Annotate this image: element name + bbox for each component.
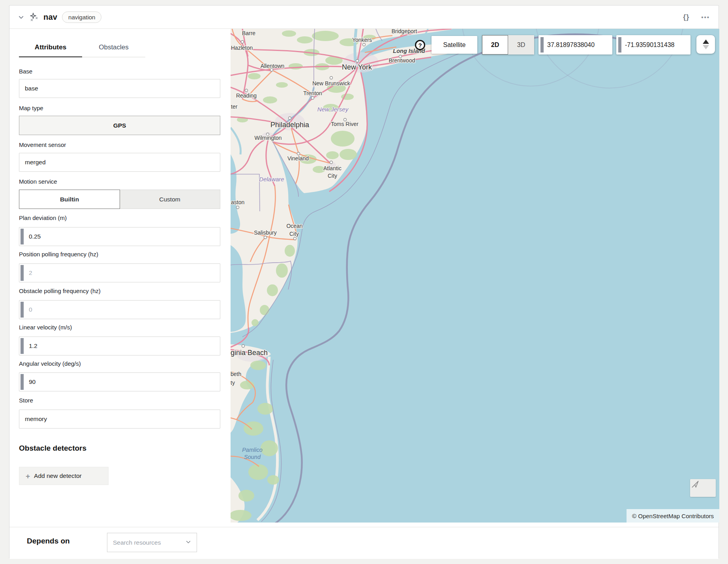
- map-label: beth: [231, 371, 241, 377]
- numeric-field-bar: [21, 338, 24, 354]
- motion-service-toggle: Builtin Custom: [19, 190, 220, 209]
- tab-attributes[interactable]: Attributes: [19, 43, 82, 57]
- motion-service-builtin-option[interactable]: Builtin: [19, 190, 120, 209]
- numeric-field-bar: [21, 265, 24, 281]
- map-city-dot: [245, 89, 248, 92]
- map-city-dot: [297, 152, 300, 155]
- chevron-down-icon: [186, 539, 191, 546]
- map-label: Delaware: [259, 176, 284, 182]
- map-label: Allentown: [261, 63, 285, 69]
- base-label: Base: [19, 68, 32, 76]
- map-type-gps-button[interactable]: GPS: [19, 116, 220, 135]
- map-city-dot: [356, 60, 359, 62]
- tab-obstacles[interactable]: Obstacles: [82, 43, 145, 57]
- more-menu-icon[interactable]: •••: [701, 14, 710, 21]
- position-polling-input[interactable]: [19, 263, 220, 282]
- map-label: City: [328, 173, 337, 179]
- angular-velocity-input[interactable]: [19, 372, 220, 391]
- motion-service-custom-option[interactable]: Custom: [120, 190, 220, 209]
- linear-velocity-field: [19, 337, 220, 355]
- navigation-map[interactable]: BarreHazletonAllentownYonkersBridgeportN…: [231, 29, 719, 523]
- config-sidebar: Attributes Obstacles Base Map type GPS M…: [19, 29, 220, 523]
- latitude-input[interactable]: [538, 35, 612, 55]
- help-icon[interactable]: ?: [415, 40, 425, 50]
- obstacle-polling-input[interactable]: [19, 300, 220, 319]
- numeric-field-bar: [21, 229, 24, 244]
- map-label: Reading: [236, 92, 257, 99]
- obstacle-detectors-heading: Obstacle detectors: [19, 444, 86, 453]
- latitude-field: [538, 35, 612, 55]
- linear-velocity-input[interactable]: [19, 337, 220, 355]
- satellite-toggle-button[interactable]: Satellite: [432, 36, 477, 54]
- base-input[interactable]: [19, 79, 220, 98]
- map-label: Toms River: [331, 121, 358, 127]
- map-label: City: [289, 231, 299, 237]
- store-input[interactable]: [19, 410, 220, 429]
- map-label: Pamlico: [242, 447, 263, 453]
- locate-button[interactable]: [690, 479, 716, 497]
- linear-velocity-label: Linear velocity (m/s): [19, 324, 72, 332]
- angular-velocity-field: [19, 372, 220, 391]
- map-label: Wilmington: [254, 135, 281, 141]
- service-sparkles-icon: [29, 12, 39, 22]
- map-attribution: © OpenStreetMap Contributors: [627, 509, 719, 523]
- depends-on-heading: Depends on: [27, 537, 70, 545]
- map-label: Atlantic: [323, 165, 341, 171]
- depends-on-section: Depends on Search resources: [9, 527, 719, 559]
- plan-deviation-label: Plan deviation (m): [19, 214, 67, 222]
- obstacle-polling-field: [19, 300, 220, 319]
- nav-service-panel: nav navigation {} ••• Attributes Obstacl…: [9, 5, 719, 559]
- map-label: ter: [231, 103, 238, 110]
- map-label: Yonkers: [352, 37, 372, 43]
- map-city-dot: [289, 117, 291, 120]
- numeric-field-bar: [21, 374, 24, 390]
- map-label: Philadelphia: [270, 121, 310, 129]
- map-label: Trenton: [303, 90, 322, 96]
- depends-on-placeholder: Search resources: [113, 539, 186, 546]
- arrow-down-icon: [703, 45, 709, 49]
- service-name: nav: [43, 13, 57, 22]
- longitude-field: [616, 35, 690, 55]
- add-detector-button[interactable]: + Add new detector: [19, 467, 109, 485]
- depends-on-select[interactable]: Search resources: [107, 533, 197, 552]
- map-label: Vineland: [287, 155, 309, 162]
- map-city-dot: [330, 161, 333, 164]
- map-label: Salisbury: [254, 229, 277, 236]
- map-city-dot: [241, 41, 244, 43]
- numeric-field-bar: [21, 302, 24, 318]
- json-mode-icon[interactable]: {}: [683, 13, 689, 21]
- plan-deviation-field: [19, 227, 220, 246]
- angular-velocity-label: Angular velocity (deg/s): [19, 360, 81, 368]
- map-city-dot: [311, 97, 314, 100]
- map-city-dot: [264, 236, 267, 239]
- map-dimension-toggle: 2D 3D: [482, 35, 534, 55]
- map-label: Hazleton: [231, 45, 253, 51]
- panel-header: nav navigation {} •••: [9, 6, 719, 29]
- add-detector-label: Add new detector: [34, 472, 82, 479]
- map-label: Brentwood: [389, 57, 415, 64]
- map-label: ty: [231, 380, 235, 386]
- map-2d-button[interactable]: 2D: [482, 35, 508, 55]
- map-type-label: Map type: [19, 105, 43, 113]
- map-city-dot: [242, 345, 245, 348]
- map-label: New York: [342, 63, 372, 71]
- map-label: Ocean: [286, 223, 302, 229]
- map-label: aston: [231, 199, 244, 205]
- longitude-input[interactable]: [616, 35, 690, 55]
- map-city-dot: [294, 237, 296, 240]
- plan-deviation-input[interactable]: [19, 227, 220, 246]
- movement-sensor-label: Movement sensor: [19, 141, 66, 149]
- movement-sensor-input[interactable]: [19, 153, 220, 172]
- motion-service-label: Motion service: [19, 178, 57, 186]
- numeric-field-bar: [618, 37, 621, 53]
- position-polling-field: [19, 263, 220, 282]
- map-canvas: BarreHazletonAllentownYonkersBridgeportN…: [231, 29, 719, 523]
- map-label: Bridgeport: [392, 29, 417, 34]
- map-label: Barre: [242, 30, 255, 36]
- position-polling-label: Position polling frequency (hz): [19, 251, 98, 259]
- collapse-chevron-icon[interactable]: [18, 14, 24, 20]
- map-3d-button[interactable]: 3D: [508, 35, 534, 55]
- coordinate-sort-stepper[interactable]: [696, 35, 715, 54]
- service-type-badge: navigation: [62, 11, 101, 23]
- plus-icon: +: [26, 472, 30, 480]
